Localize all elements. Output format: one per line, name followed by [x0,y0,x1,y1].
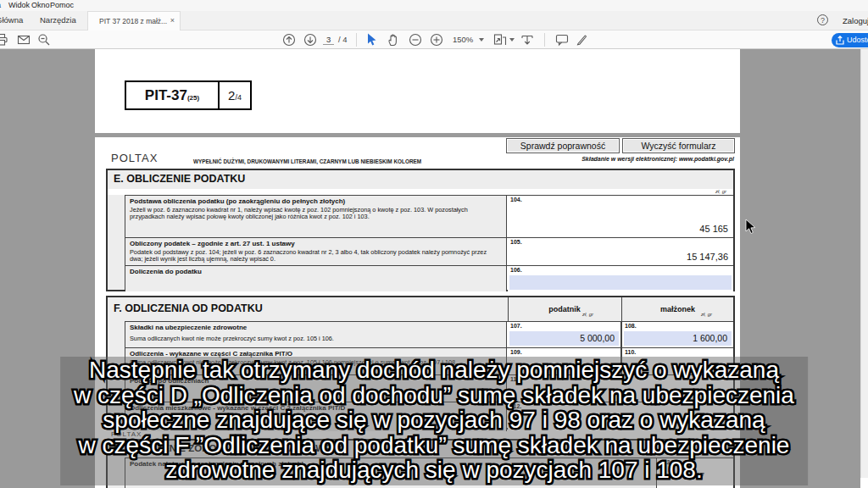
field-104-number: 104. [510,197,522,202]
row-107-title: Składki na ubezpieczenie zdrowotne [130,324,503,332]
form-code-version: (25) [187,94,199,102]
close-tab-icon[interactable]: × [170,16,175,25]
fill-sign-icon[interactable] [576,33,589,47]
subtitle-line: w części D „Odliczenia od dochodu” sumę … [74,383,794,408]
form-row-107-108: Składki na ubezpieczenie zdrowotne Suma … [125,321,733,347]
field-104-value[interactable]: 45 165 [699,224,728,234]
subtitle-line: w części F ”Odliczenia od podatku” sumę … [74,433,794,458]
scrollbar-corner [860,478,868,488]
form-row-106: Doliczenia do podatku 106. [125,265,733,291]
form-code-box: PIT-37(25) 2/4 [125,80,252,110]
row-107-desc: Suma odliczanych kwot nie może przekrocz… [130,336,503,343]
form-row-105: Obliczony podatek – zgodnie z art. 27 us… [125,237,733,265]
hand-tool-icon[interactable] [387,33,400,47]
section-f-title: F. ODLICZENIA OD PODATKU [114,302,263,314]
help-icon[interactable]: ? [817,14,828,25]
zoom-in-icon[interactable] [430,33,443,47]
sheet-total: /4 [235,93,242,102]
toolbar-divider [544,33,545,47]
menu-item-edit[interactable]: Edycja [0,1,1,9]
field-106-input[interactable] [509,275,732,290]
menu-item-help[interactable]: Pomoc [50,1,74,9]
print-icon[interactable] [0,33,8,47]
row-106-title: Doliczenia do podatku [130,268,503,276]
field-107-number: 107. [510,323,522,329]
field-107-input[interactable]: 5 000,00 [509,331,619,346]
login-link[interactable]: Zaloguj się [843,16,868,25]
row-104-desc: Jeżeli w poz. 6 zaznaczono kwadrat nr 1,… [130,207,496,221]
menu-item-view[interactable]: Widok [8,1,30,9]
tab-document[interactable]: PIT 37 2018 z małż... × [87,11,181,30]
check-validity-button[interactable]: Sprawdź poprawność [506,138,620,153]
row-104-title: Podstawa obliczenia podatku (po zaokrągl… [130,197,503,206]
row-105-desc: Podatek od podstawy z poz. 104; jeżeli w… [130,249,499,263]
menu-item-window[interactable]: Okno [31,1,50,9]
fit-page-icon[interactable] [493,33,507,47]
section-e: E. OBLICZENIE PODATKU zł, gr Podstawa ob… [106,169,735,291]
efiling-note: Składanie w wersji elektronicznej: www.p… [581,156,734,162]
tab-tools[interactable]: Narzędzia [40,15,76,25]
form-row-104: Podstawa obliczenia podatku (po zaokrągl… [125,195,733,237]
email-icon[interactable] [17,33,31,47]
tab-bar: Główna Narzędzia PIT 37 2018 z małż... ×… [0,11,868,30]
field-108-input[interactable]: 1 600,00 [624,331,732,346]
zl-gr-label: zł, gr [582,312,593,317]
form-code: PIT-37 [145,87,187,103]
mouse-cursor-icon [745,219,756,238]
section-gutter [108,195,125,290]
select-tool-icon[interactable] [365,33,379,47]
column-taxpayer: podatnik [508,305,621,313]
page-number-input[interactable]: 3 [323,35,334,45]
menu-bar: Edycja Widok Okno Pomoc [0,0,868,11]
zl-gr-label: zł, gr [715,189,726,194]
search-icon[interactable] [37,33,51,47]
field-109-number: 109. [510,349,522,355]
section-e-title: E. OBLICZENIE PODATKU [114,173,245,185]
clear-form-button[interactable]: Wyczyść formularz [622,138,735,153]
field-106-number: 106. [510,267,522,273]
page-count-label: / 4 [338,35,348,44]
page-up-icon[interactable] [282,33,296,47]
field-105-number: 105. [510,239,522,245]
subtitle-line: zdrowotne znajdujących się w pozycjach 1… [74,458,794,483]
poltax-label: POLTAX [111,152,158,164]
subtitle-line: Następnie tak otrzymany dochód należy po… [74,358,794,383]
acrobat-window: Edycja Widok Okno Pomoc Główna Narzędzia… [0,0,868,488]
zl-gr-label: zł, gr [701,312,712,317]
share-button-label: Udostępnij [847,36,868,44]
column-spouse: małżonek [621,305,734,313]
subtitle-overlay: Następnie tak otrzymany dochód należy po… [60,357,808,485]
fit-page-caret-icon[interactable] [509,38,515,42]
field-108-number: 108. [625,323,637,329]
subtitle-line: społeczne znajdujące się w pozycjach 97 … [74,408,794,433]
tab-document-title: PIT 37 2018 z małż... [99,17,167,25]
toolbar: 3 / 4 150% Udostęp [0,30,868,49]
toolbar-divider [356,33,357,47]
pdf-page-previous: PIT-37(25) 2/4 [95,49,740,133]
scrolling-view-icon[interactable] [520,33,534,47]
vertical-scrollbar[interactable] [860,49,868,478]
row-105-title: Obliczony podatek – zgodnie z art. 27 us… [130,240,503,248]
tab-home[interactable]: Główna [0,15,23,25]
page-down-icon[interactable] [303,33,317,47]
field-105-value[interactable]: 15 147,36 [687,252,728,262]
field-110-number: 110. [625,349,636,355]
zoom-out-icon[interactable] [409,33,422,47]
zoom-caret-icon[interactable] [479,38,484,42]
comment-icon[interactable] [555,33,569,47]
zoom-level-select[interactable]: 150% [453,35,473,44]
share-button[interactable]: Udostępnij [832,33,868,47]
fill-instruction: WYPEŁNIĆ DUŻYMI, DRUKOWANYMI LITERAMI, C… [193,158,421,164]
